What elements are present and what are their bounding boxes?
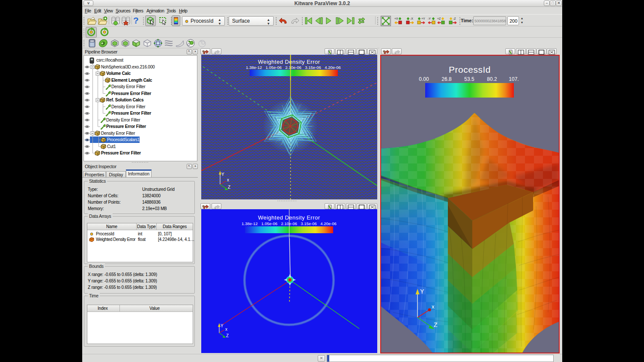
svg-text:Weighted Density Error: Weighted Density Error bbox=[258, 59, 320, 65]
svg-text:-X: -X bbox=[410, 17, 413, 20]
svg-text:+Y: +Y bbox=[421, 17, 425, 20]
svg-text:3.15e-06: 3.15e-06 bbox=[301, 221, 317, 226]
svg-text:+Z: +Z bbox=[437, 17, 441, 20]
svg-text:53.5: 53.5 bbox=[464, 76, 474, 82]
svg-text:1.38e-12: 1.38e-12 bbox=[242, 221, 258, 226]
svg-text:Z: Z bbox=[226, 333, 229, 338]
svg-text:3.15e-06: 3.15e-06 bbox=[305, 65, 321, 70]
svg-text:-Y: -Y bbox=[428, 17, 431, 20]
svg-text:x: x bbox=[225, 327, 227, 332]
svg-text:x: x bbox=[432, 303, 435, 310]
svg-text:Z: Z bbox=[228, 185, 230, 190]
svg-text:4.20e-06: 4.20e-06 bbox=[325, 65, 341, 70]
svg-text:4.20e-06: 4.20e-06 bbox=[320, 221, 337, 226]
svg-text:80.2: 80.2 bbox=[487, 76, 497, 82]
svg-text:107.: 107. bbox=[509, 76, 519, 82]
svg-text:-Z: -Z bbox=[453, 17, 456, 20]
svg-text:2.10e-06: 2.10e-06 bbox=[285, 65, 301, 70]
svg-text:1.05e-06: 1.05e-06 bbox=[261, 221, 277, 226]
svg-text:+X: +X bbox=[394, 17, 398, 20]
svg-text:0.00: 0.00 bbox=[419, 76, 429, 82]
svg-text:1.38e-12: 1.38e-12 bbox=[246, 65, 262, 70]
svg-text:1.05e-06: 1.05e-06 bbox=[265, 65, 282, 70]
svg-text:26.8: 26.8 bbox=[441, 76, 452, 82]
svg-text:x: x bbox=[227, 178, 229, 182]
svg-text:Z: Z bbox=[434, 321, 438, 328]
svg-text:ProcessId: ProcessId bbox=[449, 65, 491, 74]
svg-text:Y: Y bbox=[221, 172, 224, 177]
svg-text:Y: Y bbox=[221, 323, 224, 328]
svg-text:Y: Y bbox=[420, 288, 424, 295]
